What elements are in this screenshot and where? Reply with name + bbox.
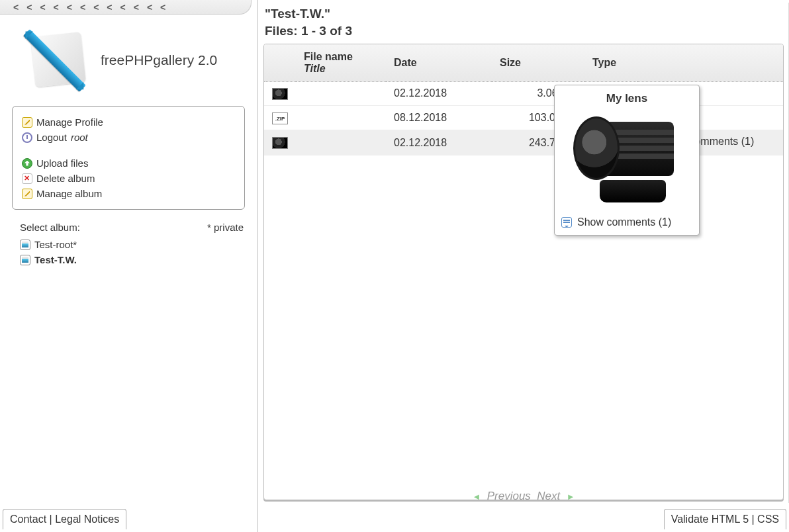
col-type[interactable]: Type: [584, 44, 637, 82]
upload-files-link[interactable]: Upload files: [22, 155, 235, 171]
chevron-left-icon[interactable]: <: [13, 3, 19, 11]
footer-sep: |: [46, 513, 55, 525]
pager-prev[interactable]: Previous: [487, 490, 531, 502]
col-filename-label: File name: [304, 51, 353, 62]
pager-next[interactable]: Next: [537, 490, 560, 502]
delete-album-link[interactable]: Delete album: [22, 171, 235, 186]
thumbnail-icon: [272, 88, 288, 100]
legal-link[interactable]: Legal Notices: [55, 513, 119, 525]
chevron-left-icon[interactable]: <: [67, 3, 72, 11]
files-count: Files: 1 - 3 of 3: [265, 24, 784, 38]
delete-album-label: Delete album: [36, 173, 95, 184]
thumbnail-icon: [272, 137, 288, 149]
chevron-left-icon[interactable]: <: [40, 3, 45, 11]
col-filename[interactable]: File name Title: [296, 44, 386, 82]
power-icon: [22, 132, 32, 143]
chevron-left-icon[interactable]: <: [160, 3, 165, 11]
chevron-left-icon[interactable]: <: [26, 3, 32, 11]
files-table-wrap: File name Title Date Size Type: [263, 44, 784, 500]
edit-icon: [22, 189, 32, 199]
logout-user: root: [71, 132, 88, 143]
chevron-left-icon[interactable]: <: [54, 3, 59, 11]
validate-sep: |: [749, 513, 757, 525]
manage-album-label: Manage album: [36, 188, 102, 199]
app-logo-icon: [29, 30, 89, 90]
col-filename-sub: Title: [304, 63, 378, 75]
album-name: Test-root*: [34, 239, 77, 250]
preview-image: [562, 111, 692, 208]
cell-date: 08.12.2018: [386, 105, 492, 130]
table-row[interactable]: 02.12.2018 243.71 kB jpg Show comments (…: [264, 130, 783, 155]
album-item[interactable]: Test-T.W.: [20, 252, 244, 267]
manage-profile-label: Manage Profile: [36, 116, 103, 128]
chevron-strip: < < < < < < < < < < < <: [0, 0, 252, 15]
col-date[interactable]: Date: [386, 44, 492, 82]
chevron-left-icon[interactable]: <: [107, 3, 112, 11]
delete-icon: [22, 173, 32, 184]
validate-html5[interactable]: HTML 5: [712, 513, 749, 525]
preview-comments-label: Show comments (1): [577, 216, 671, 228]
preview-title: My lens: [561, 92, 692, 105]
cell-date: 02.12.2018: [386, 82, 492, 106]
logout-label: Logout: [36, 132, 67, 143]
table-row[interactable]: .ZIP 08.12.2018 103.00 kB zip: [264, 105, 783, 130]
album-title: "Test-T.W.": [265, 7, 784, 21]
zip-icon: .ZIP: [272, 112, 288, 124]
manage-album-link[interactable]: Manage album: [22, 186, 235, 201]
pager: ◄ Previous Next ►: [258, 490, 789, 503]
sidebar: < < < < < < < < < < < < freePHPgallery 2…: [0, 0, 257, 532]
validate-label: Validate: [671, 513, 712, 525]
files-table: File name Title Date Size Type: [264, 44, 783, 155]
select-album-section: Select album: * private Test-root* Test-…: [20, 222, 244, 267]
private-note: * private: [207, 222, 244, 233]
album-name: Test-T.W.: [34, 254, 77, 265]
select-album-label: Select album:: [20, 222, 80, 233]
manage-profile-link[interactable]: Manage Profile: [22, 114, 235, 130]
album-icon: [20, 240, 30, 250]
album-item[interactable]: Test-root*: [20, 237, 244, 252]
logout-link[interactable]: Logout root: [22, 130, 235, 145]
sidebar-footer: Contact | Legal Notices: [3, 509, 126, 529]
main: "Test-T.W." Files: 1 - 3 of 3 File name …: [257, 0, 789, 532]
validate-footer: Validate HTML 5 | CSS: [664, 509, 786, 529]
table-row[interactable]: 02.12.2018 3.06 MB jpg: [264, 82, 783, 106]
arrow-left-icon: ◄: [472, 492, 481, 502]
album-icon: [20, 255, 30, 265]
chevron-left-icon[interactable]: <: [120, 3, 126, 11]
preview-show-comments[interactable]: Show comments (1): [561, 216, 692, 228]
chevron-left-icon[interactable]: <: [93, 3, 99, 11]
brand-title: freePHPgallery 2.0: [101, 52, 217, 68]
lens-drawing-icon: [571, 116, 683, 202]
validate-css[interactable]: CSS: [757, 513, 779, 525]
col-size[interactable]: Size: [492, 44, 584, 82]
contact-link[interactable]: Contact: [10, 513, 46, 525]
sidebar-panel: Manage Profile Logout root Upload files …: [12, 106, 245, 210]
arrow-right-icon: ►: [567, 492, 575, 502]
preview-popup: My lens Show comments (1): [554, 85, 700, 236]
edit-icon: [22, 117, 32, 128]
cell-date: 02.12.2018: [386, 130, 492, 155]
upload-files-label: Upload files: [36, 157, 88, 169]
chevron-left-icon[interactable]: <: [134, 3, 139, 11]
chevron-left-icon[interactable]: <: [80, 3, 85, 11]
upload-icon: [22, 158, 32, 169]
brand: freePHPgallery 2.0: [0, 15, 257, 106]
comment-icon: [561, 217, 572, 228]
chevron-left-icon[interactable]: <: [147, 3, 152, 11]
